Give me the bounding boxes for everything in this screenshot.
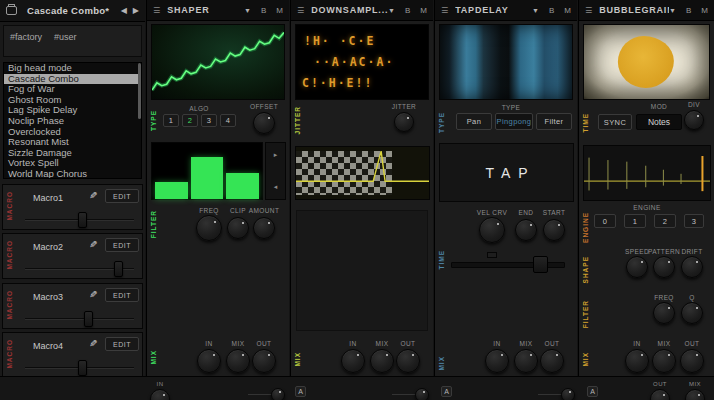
mix-knob[interactable] [652, 349, 676, 373]
freq-knob[interactable] [653, 302, 675, 324]
jitter-knob[interactable] [394, 112, 414, 132]
mod-mini-knob[interactable] [415, 388, 429, 400]
offset-knob[interactable] [253, 112, 275, 134]
pattern-knob[interactable] [653, 256, 675, 278]
in-knob[interactable] [485, 349, 509, 373]
preset-item[interactable]: Noclip Phase [4, 116, 141, 127]
macro-slider-handle[interactable] [84, 311, 93, 327]
mod-dropdown[interactable]: Notes [636, 114, 682, 130]
collapse-icon[interactable]: ▼ [244, 7, 251, 14]
tap-tempo-display[interactable]: TAP [439, 143, 574, 202]
algo-button-2[interactable]: 2 [182, 114, 198, 127]
engine-button-1[interactable]: 1 [624, 214, 646, 228]
algo-button-1[interactable]: 1 [163, 114, 179, 127]
pencil-icon[interactable]: ✎ [89, 239, 97, 250]
bypass-button[interactable]: B [686, 6, 691, 15]
out-knob[interactable] [680, 349, 704, 373]
engine-button-2[interactable]: 2 [654, 214, 676, 228]
drift-knob[interactable] [681, 256, 703, 278]
prev-preset-icon[interactable]: ◀ [121, 6, 127, 15]
in-knob[interactable] [197, 349, 221, 373]
algo-button-3[interactable]: 3 [201, 114, 217, 127]
folder-icon[interactable] [6, 6, 17, 15]
bypass-button[interactable]: B [549, 6, 554, 15]
bypass-button[interactable]: B [405, 6, 410, 15]
freq-knob-label: FREQ [654, 294, 674, 301]
preset-item[interactable]: World Map Chorus [4, 169, 141, 179]
mod-mini-knob[interactable] [271, 388, 285, 400]
next-preset-icon[interactable]: ▶ [133, 6, 139, 15]
mute-button[interactable]: M [276, 6, 283, 15]
macro-slider-handle[interactable] [78, 360, 87, 376]
in-knob[interactable] [341, 349, 365, 373]
macro-slider[interactable] [25, 310, 134, 328]
out-knob[interactable] [396, 349, 420, 373]
engine-button-0[interactable]: 0 [594, 214, 616, 228]
out-knob[interactable] [252, 349, 276, 373]
global-out-knob[interactable] [650, 389, 670, 400]
tag-factory[interactable]: #factory [10, 32, 42, 42]
type-button-pingpong[interactable]: Pingpong [495, 113, 533, 130]
type-button-pan[interactable]: Pan [456, 113, 492, 130]
start-knob[interactable] [543, 219, 565, 241]
amount-knob[interactable] [253, 217, 275, 239]
collapse-icon[interactable]: ▼ [532, 7, 539, 14]
mod-assign-button[interactable]: A [441, 386, 452, 397]
macro-edit-button[interactable]: EDIT [105, 288, 139, 302]
mute-button[interactable]: M [564, 6, 571, 15]
collapse-icon[interactable]: ▼ [388, 7, 395, 14]
mod-assign-button[interactable]: A [587, 386, 598, 397]
step-increment-icon[interactable]: ▸ [274, 151, 278, 159]
macro-slider[interactable] [25, 359, 134, 377]
macro-slider[interactable] [25, 260, 134, 278]
speed-knob[interactable] [626, 256, 648, 278]
drag-handle-icon[interactable]: ☰ [153, 6, 160, 15]
macro-edit-button[interactable]: EDIT [105, 189, 139, 203]
step-bar[interactable] [191, 157, 224, 199]
tap-marker[interactable] [487, 252, 497, 258]
drag-handle-icon[interactable]: ☰ [297, 6, 304, 15]
glitch-text-row: ··A·AC·A· [300, 55, 424, 69]
in-knob[interactable] [625, 349, 649, 373]
drag-handle-icon[interactable]: ☰ [441, 6, 448, 15]
global-mix-knob[interactable] [685, 389, 705, 400]
bypass-button[interactable]: B [261, 6, 266, 15]
mod-mini-knob[interactable] [561, 388, 575, 400]
macro-slider[interactable] [25, 211, 134, 229]
step-bar[interactable] [155, 182, 188, 199]
velcrv-knob[interactable] [479, 217, 505, 243]
end-knob[interactable] [515, 219, 537, 241]
type-button-filter[interactable]: Filter [536, 113, 572, 130]
drag-handle-icon[interactable]: ☰ [585, 6, 592, 15]
clip-knob[interactable] [227, 217, 249, 239]
preset-scrollbar[interactable] [138, 63, 141, 119]
macro-edit-button[interactable]: EDIT [105, 238, 139, 252]
q-knob[interactable] [681, 302, 703, 324]
pencil-icon[interactable]: ✎ [89, 190, 97, 201]
mute-button[interactable]: M [420, 6, 427, 15]
step-decrement-icon[interactable]: ◂ [274, 183, 278, 191]
preset-item[interactable]: Big head mode [4, 63, 141, 74]
mod-assign-button[interactable]: A [295, 386, 306, 397]
step-bar[interactable] [226, 173, 259, 199]
freq-knob[interactable] [196, 215, 222, 241]
sync-button[interactable]: SYNC [598, 114, 632, 130]
macro-slider-handle[interactable] [78, 212, 87, 228]
out-knob[interactable] [540, 349, 564, 373]
algo-button-4[interactable]: 4 [220, 114, 236, 127]
shaper-step-display[interactable] [151, 142, 263, 200]
pencil-icon[interactable]: ✎ [89, 338, 97, 349]
pencil-icon[interactable]: ✎ [89, 289, 97, 300]
tap-slider-handle[interactable] [533, 256, 548, 273]
engine-button-3[interactable]: 3 [684, 214, 704, 228]
macro-edit-button[interactable]: EDIT [105, 337, 139, 351]
collapse-icon[interactable]: ▼ [669, 7, 676, 14]
mix-knob[interactable] [370, 349, 394, 373]
mix-knob[interactable] [226, 349, 250, 373]
div-knob[interactable] [684, 110, 704, 130]
mute-button[interactable]: M [701, 6, 708, 15]
tag-user[interactable]: #user [54, 32, 77, 42]
global-in-knob[interactable] [150, 389, 170, 400]
mix-knob[interactable] [514, 349, 538, 373]
macro-slider-handle[interactable] [114, 261, 123, 277]
